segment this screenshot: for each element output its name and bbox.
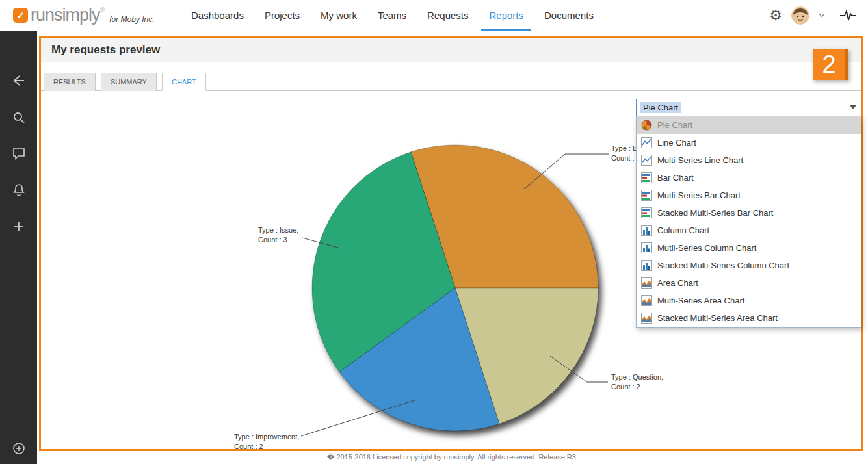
back-arrow-icon[interactable] (12, 73, 26, 88)
chart-type-option[interactable]: Mutli-Series Bar Chart (637, 187, 861, 204)
chart-type-option[interactable]: Stacked Multi-Series Area Chart (637, 309, 861, 327)
notifications-bell-icon[interactable] (12, 183, 26, 197)
tab-summary[interactable]: SUMMARY (101, 73, 157, 91)
nav-documents[interactable]: Documents (534, 0, 604, 31)
time-add-icon[interactable] (12, 441, 26, 456)
chart-type-option[interactable]: Area Chart (637, 274, 861, 292)
chart-type-option-label: Column Chart (657, 226, 709, 235)
chart-type-option-label: Multi-Series Line Chart (657, 155, 743, 165)
chart-type-option-label: Mutli-Series Column Chart (657, 243, 756, 253)
panel-header: My requests preview (41, 38, 861, 62)
chart-type-option[interactable]: Multi-Series Area Chart (637, 292, 861, 309)
chart-type-value: Pie Chart (640, 102, 681, 113)
chart-type-option-label: Stacked Multi-Series Bar Chart (657, 208, 773, 218)
chart-type-option-label: Mutli-Series Bar Chart (657, 190, 741, 200)
chart-type-combobox[interactable]: Pie Chart (636, 99, 861, 116)
app-logo[interactable]: ✓ runsimply ® for Moby Inc. (0, 6, 181, 24)
chart-type-option-label: Line Chart (657, 138, 696, 148)
stacked-multi-series-area-chart-icon (641, 313, 652, 324)
multi-series-line-chart-icon (641, 155, 652, 166)
logo-text: runsimply (31, 6, 100, 24)
dropdown-arrow-icon[interactable] (850, 105, 856, 109)
pie-chart-icon (641, 120, 652, 131)
column-chart-icon (641, 225, 652, 236)
nav-requests[interactable]: Requests (417, 0, 479, 31)
sidebar (0, 31, 37, 464)
nav-my-work[interactable]: My work (310, 0, 367, 31)
chart-type-option[interactable]: Bar Chart (637, 169, 861, 187)
topbar-actions: ⚙ (769, 6, 868, 25)
footer-copyright: � 2015-2016 Licensed copyright by runsim… (37, 453, 868, 461)
logo-registered-mark: ® (101, 6, 105, 13)
tab-chart[interactable]: CHART (162, 73, 206, 91)
multi-series-area-chart-icon (641, 295, 652, 306)
chart-type-option-label: Stacked Multi-Series Area Chart (657, 313, 778, 323)
bar-chart-icon (641, 172, 652, 183)
chevron-down-icon[interactable] (819, 13, 825, 18)
activity-pulse-icon[interactable] (839, 8, 856, 23)
chat-icon[interactable] (12, 146, 26, 161)
text-cursor (683, 103, 683, 112)
logo-tagline: for Moby Inc. (109, 15, 154, 24)
stacked-multi-series-column-chart-icon (641, 260, 652, 271)
chart-type-option[interactable]: Pie Chart (637, 116, 861, 134)
tab-results[interactable]: RESULTS (44, 73, 96, 91)
topbar: ✓ runsimply ® for Moby Inc. Dashboards P… (0, 0, 868, 31)
main-nav: Dashboards Projects My work Teams Reques… (181, 0, 604, 31)
chart-type-option-label: Multi-Series Area Chart (657, 296, 744, 305)
chart-type-option[interactable]: Mutli-Series Column Chart (637, 239, 861, 257)
line-chart-icon (641, 137, 652, 148)
nav-reports[interactable]: Reports (479, 0, 534, 31)
nav-teams[interactable]: Teams (367, 0, 417, 31)
multi-series-bar-chart-icon (641, 190, 652, 201)
page-title: My requests preview (51, 44, 160, 57)
logo-check-icon: ✓ (13, 8, 28, 23)
tutorial-step-badge: 2 (813, 49, 848, 80)
settings-gear-icon[interactable]: ⚙ (769, 8, 782, 23)
chart-type-option-label: Stacked Multi-Series Column Chart (657, 261, 789, 270)
chart-type-option-label: Bar Chart (657, 173, 694, 183)
report-preview-panel: My requests preview 2 RESULTS SUMMARY CH… (39, 36, 863, 451)
nav-projects[interactable]: Projects (254, 0, 310, 31)
chart-type-option-label: Pie Chart (657, 120, 692, 130)
search-icon[interactable] (12, 110, 26, 125)
stacked-multi-series-bar-chart-icon (641, 207, 652, 218)
chart-type-option[interactable]: Stacked Multi-Series Bar Chart (637, 204, 861, 222)
add-plus-icon[interactable] (12, 219, 26, 233)
area-chart-icon (641, 277, 652, 289)
chart-type-option[interactable]: Stacked Multi-Series Column Chart (637, 257, 861, 274)
chart-type-option[interactable]: Column Chart (637, 222, 861, 239)
pie-label-question: Type : Question, Count : 2 (611, 372, 663, 392)
user-avatar[interactable] (791, 6, 809, 25)
chart-type-option-label: Area Chart (657, 278, 698, 288)
chart-type-option[interactable]: Multi-Series Line Chart (637, 151, 861, 169)
pie-chart (312, 145, 598, 431)
nav-dashboards[interactable]: Dashboards (181, 0, 254, 31)
chart-type-listbox: Pie Chart Line Chart Multi-Series Line C… (636, 116, 861, 328)
multi-series-column-chart-icon (641, 242, 652, 253)
pie-label-issue: Type : Issue, Count : 3 (258, 226, 298, 245)
pie-label-improvement: Type : Improvement, Count : 2 (234, 432, 299, 452)
chart-type-dropdown: Pie Chart Pie Chart Line Chart Multi-Ser… (636, 99, 861, 328)
chart-type-option[interactable]: Line Chart (637, 134, 861, 151)
tab-bar: RESULTS SUMMARY CHART (41, 73, 861, 91)
